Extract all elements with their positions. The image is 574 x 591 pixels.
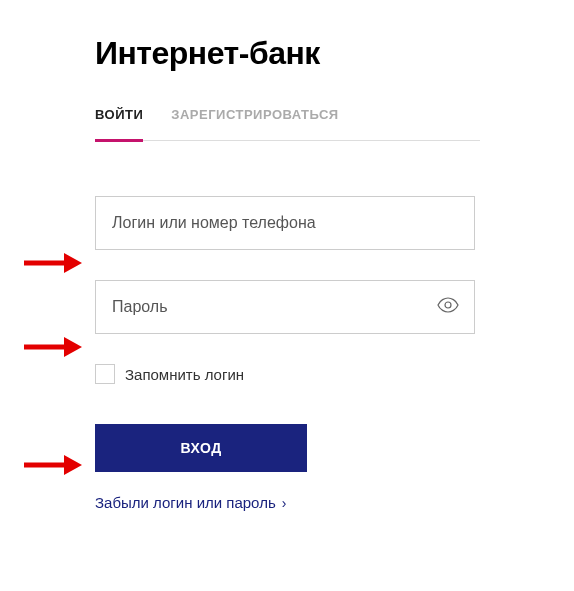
password-input[interactable]	[95, 280, 475, 334]
login-form: Запомнить логин ВХОД Забыли логин или па…	[95, 196, 480, 511]
remember-checkbox[interactable]	[95, 364, 115, 384]
page-title: Интернет-банк	[95, 35, 480, 72]
tab-register[interactable]: ЗАРЕГИСТРИРОВАТЬСЯ	[171, 107, 338, 140]
tab-login[interactable]: ВОЙТИ	[95, 107, 143, 140]
forgot-link[interactable]: Забыли логин или пароль ›	[95, 494, 480, 511]
password-input-wrap	[95, 280, 475, 334]
remember-label: Запомнить логин	[125, 366, 244, 383]
login-input-wrap	[95, 196, 475, 250]
forgot-label: Забыли логин или пароль	[95, 494, 276, 511]
submit-button[interactable]: ВХОД	[95, 424, 307, 472]
tabs: ВОЙТИ ЗАРЕГИСТРИРОВАТЬСЯ	[95, 107, 480, 141]
chevron-right-icon: ›	[282, 495, 287, 511]
remember-row: Запомнить логин	[95, 364, 480, 384]
svg-point-0	[445, 302, 451, 308]
tab-underline	[95, 139, 143, 142]
login-input[interactable]	[95, 196, 475, 250]
eye-icon[interactable]	[437, 297, 459, 317]
